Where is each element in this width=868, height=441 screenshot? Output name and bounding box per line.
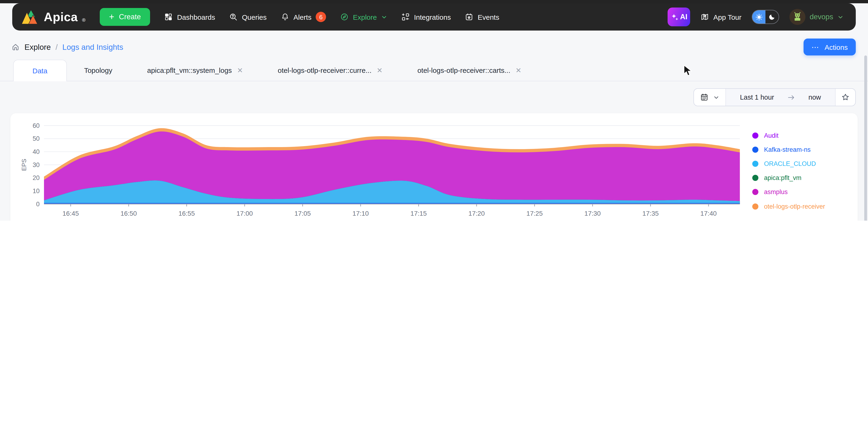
arrow-right-icon bbox=[787, 93, 795, 101]
breadcrumb: Explore / Logs and Insights bbox=[11, 42, 123, 52]
nav-item-events[interactable]: Events bbox=[465, 13, 499, 21]
nav-item-alerts[interactable]: Alerts6 bbox=[281, 12, 326, 22]
svg-text:16:45: 16:45 bbox=[63, 210, 79, 217]
close-icon[interactable]: ✕ bbox=[237, 66, 243, 74]
user-name: devops bbox=[810, 13, 833, 21]
breadcrumb-separator: / bbox=[56, 42, 58, 52]
legend-item[interactable]: ORACLE_CLOUD bbox=[752, 160, 848, 167]
tab-apica-pflt-vm-system-logs[interactable]: apica:pflt_vm::system_logs✕ bbox=[130, 60, 260, 81]
light-mode-segment[interactable] bbox=[752, 10, 766, 24]
breadcrumb-current[interactable]: Logs and Insights bbox=[62, 42, 123, 52]
integrations-icon bbox=[401, 13, 410, 21]
dark-mode-segment[interactable] bbox=[766, 10, 779, 24]
calendar-segment[interactable] bbox=[694, 89, 726, 106]
breadcrumb-row: Explore / Logs and Insights ⋯ Actions bbox=[0, 31, 868, 60]
create-label: Create bbox=[119, 13, 141, 21]
moon-icon bbox=[768, 13, 776, 21]
ai-label: AI bbox=[680, 13, 687, 21]
chevron-down-icon bbox=[837, 14, 843, 20]
queries-icon bbox=[229, 13, 238, 21]
svg-text:17:25: 17:25 bbox=[526, 210, 543, 217]
legend-item[interactable]: Audit bbox=[752, 132, 848, 139]
star-icon bbox=[841, 93, 850, 102]
svg-text:17:05: 17:05 bbox=[294, 210, 311, 217]
chevron-down-icon bbox=[713, 94, 719, 100]
legend-item[interactable]: otel-logs-otlp-receiver bbox=[752, 203, 848, 210]
tab-otel-logs-otlp-receiver-curre-[interactable]: otel-logs-otlp-receiver::curre...✕ bbox=[260, 60, 400, 81]
svg-text:30: 30 bbox=[33, 161, 40, 168]
range-end: now bbox=[808, 94, 821, 101]
nav-item-label: Explore bbox=[353, 13, 377, 21]
svg-text:10: 10 bbox=[33, 188, 40, 195]
nav-item-queries[interactable]: Queries bbox=[229, 13, 267, 21]
time-range-picker[interactable]: Last 1 hour now bbox=[693, 88, 856, 106]
close-icon[interactable]: ✕ bbox=[377, 66, 382, 74]
tab-otel-logs-otlp-receiver-carts-[interactable]: otel-logs-otlp-receiver::carts...✕ bbox=[400, 60, 539, 81]
apica-logo-icon bbox=[22, 9, 39, 25]
nav-item-integrations[interactable]: Integrations bbox=[401, 13, 451, 21]
legend-label: asmplus bbox=[764, 189, 836, 196]
svg-text:17:15: 17:15 bbox=[410, 210, 427, 217]
range-segment[interactable]: Last 1 hour now bbox=[726, 89, 836, 106]
apica-logo[interactable]: Apica ® bbox=[22, 9, 85, 25]
ellipsis-icon: ⋯ bbox=[811, 42, 819, 52]
tab-topology[interactable]: Topology bbox=[67, 60, 130, 81]
eps-area-chart[interactable]: 010203040506016:4516:5016:5517:0017:0517… bbox=[20, 121, 747, 220]
favorite-segment[interactable] bbox=[836, 89, 855, 106]
tab-label: otel-logs-otlp-receiver::carts... bbox=[417, 66, 510, 74]
svg-text:EPS: EPS bbox=[21, 159, 27, 171]
legend-dot bbox=[752, 189, 758, 195]
calendar-icon bbox=[700, 93, 709, 102]
timerange-row: Last 1 hour now bbox=[0, 81, 868, 106]
nav-item-label: Events bbox=[478, 13, 499, 21]
alerts-count-badge: 6 bbox=[316, 12, 326, 22]
legend-label: apica:pflt_vm bbox=[764, 175, 836, 181]
app-tour-button[interactable]: App Tour bbox=[701, 13, 742, 21]
app-tour-label: App Tour bbox=[713, 13, 742, 21]
legend-dot bbox=[752, 161, 758, 167]
svg-text:17:35: 17:35 bbox=[643, 210, 659, 217]
brand-mark: ® bbox=[82, 17, 86, 22]
tab-bar: DataTopologyapica:pflt_vm::system_logs✕o… bbox=[0, 60, 868, 81]
create-button[interactable]: + Create bbox=[99, 8, 150, 26]
legend-dot bbox=[752, 147, 758, 153]
tab-label: otel-logs-otlp-receiver::curre... bbox=[278, 66, 371, 74]
theme-toggle[interactable] bbox=[752, 10, 779, 24]
nav-item-label: Queries bbox=[242, 13, 267, 21]
ai-button[interactable]: AI bbox=[668, 7, 690, 26]
legend-dot bbox=[752, 203, 758, 209]
svg-text:17:00: 17:00 bbox=[237, 210, 253, 217]
svg-text:17:40: 17:40 bbox=[700, 210, 717, 217]
range-start: Last 1 hour bbox=[740, 94, 774, 101]
scrollbar-thumb[interactable] bbox=[864, 56, 867, 220]
actions-button[interactable]: ⋯ Actions bbox=[804, 38, 856, 56]
eps-chart-card: 010203040506016:4516:5016:5517:0017:0517… bbox=[10, 113, 858, 220]
legend-label: Kafka-stream-ns bbox=[764, 146, 836, 153]
svg-text:60: 60 bbox=[33, 122, 40, 129]
legend-label: ORACLE_CLOUD bbox=[764, 160, 836, 167]
legend-dot bbox=[752, 133, 758, 139]
navbar: Apica ® + Create DashboardsQueriesAlerts… bbox=[12, 3, 856, 31]
user-menu[interactable]: devops bbox=[789, 9, 843, 25]
breadcrumb-root[interactable]: Explore bbox=[25, 42, 51, 52]
nav-item-dashboards[interactable]: Dashboards bbox=[164, 13, 215, 21]
legend-dot bbox=[752, 175, 758, 181]
tab-data[interactable]: Data bbox=[13, 60, 67, 81]
home-icon[interactable] bbox=[11, 43, 20, 51]
plus-icon: + bbox=[109, 12, 114, 22]
legend-item[interactable]: Kafka-stream-ns bbox=[752, 146, 848, 153]
nav-item-label: Integrations bbox=[414, 13, 451, 21]
events-icon bbox=[465, 13, 473, 21]
avatar bbox=[789, 9, 805, 25]
sun-icon bbox=[755, 13, 763, 21]
chevron-down-icon bbox=[381, 14, 387, 20]
legend-item[interactable]: apica:pflt_vm bbox=[752, 175, 848, 181]
dashboards-icon bbox=[164, 13, 173, 21]
actions-label: Actions bbox=[825, 43, 848, 51]
app-root: Apica ® + Create DashboardsQueriesAlerts… bbox=[0, 0, 868, 220]
close-icon[interactable]: ✕ bbox=[516, 66, 522, 74]
legend-item[interactable]: asmplus bbox=[752, 189, 848, 196]
nav-item-explore[interactable]: Explore bbox=[340, 13, 387, 21]
nav-item-label: Alerts bbox=[293, 13, 312, 21]
svg-text:16:55: 16:55 bbox=[179, 210, 195, 217]
